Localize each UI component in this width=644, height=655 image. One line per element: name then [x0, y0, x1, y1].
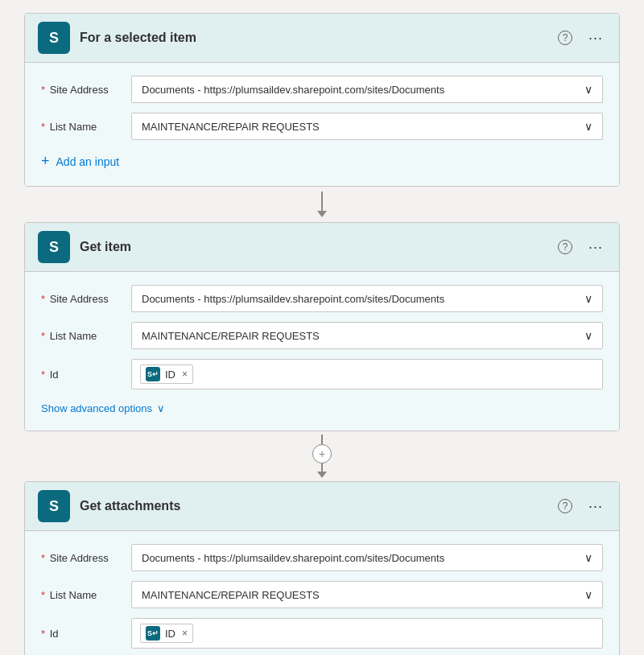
site-address-select-1[interactable]: Documents - https://plumsaildev.sharepoi…	[131, 76, 603, 103]
list-name-select-1[interactable]: MAINTENANCE/REPAIR REQUESTS ∨	[131, 113, 603, 140]
flow-container: S For a selected item ? ··· * Site Addre…	[13, 13, 631, 655]
field-row-site-3: * Site Address Documents - https://plums…	[41, 544, 603, 571]
field-label-site-3: * Site Address	[41, 552, 122, 564]
arrow-head-2	[317, 472, 327, 478]
id-token-3: S↵ ID ×	[140, 624, 193, 643]
field-row-list-2: * List Name MAINTENANCE/REPAIR REQUESTS …	[41, 322, 603, 349]
card-selected-item: S For a selected item ? ··· * Site Addre…	[24, 13, 620, 187]
connector-1	[317, 187, 327, 222]
chevron-icon-list-1: ∨	[584, 120, 592, 133]
more-button-1[interactable]: ···	[585, 27, 606, 50]
chevron-icon-list-3: ∨	[584, 588, 592, 601]
card-selected-item-header: S For a selected item ? ···	[25, 14, 619, 63]
field-label-list-2: * List Name	[41, 330, 122, 342]
card-get-item-actions: ? ···	[555, 236, 606, 259]
icon-letter-s-2: S	[49, 239, 59, 256]
id-input-3[interactable]: S↵ ID ×	[131, 618, 603, 649]
field-label-site-1: * Site Address	[41, 84, 122, 96]
field-label-id-2: * Id	[41, 369, 122, 381]
add-input-button[interactable]: + Add an input	[41, 150, 119, 173]
token-close-2[interactable]: ×	[182, 369, 188, 380]
field-row-list-3: * List Name MAINTENANCE/REPAIR REQUESTS …	[41, 581, 603, 608]
card-get-item-header: S Get item ? ···	[25, 223, 619, 272]
question-icon-3: ?	[558, 499, 572, 513]
card-get-item-body: * Site Address Documents - https://plums…	[25, 272, 619, 430]
site-address-select-3[interactable]: Documents - https://plumsaildev.sharepoi…	[131, 544, 603, 571]
card-selected-item-title: For a selected item	[80, 31, 545, 45]
chevron-icon-site-2: ∨	[584, 292, 592, 305]
dots-icon-2: ···	[588, 239, 603, 256]
field-row-list-1: * List Name MAINTENANCE/REPAIR REQUESTS …	[41, 113, 603, 140]
chevron-icon-site-1: ∨	[584, 83, 592, 96]
card-get-attachments-actions: ? ···	[555, 495, 606, 518]
more-button-3[interactable]: ···	[585, 495, 606, 518]
arrow-line-top-2	[321, 435, 323, 444]
token-icon-3: S↵	[146, 626, 160, 641]
site-address-select-2[interactable]: Documents - https://plumsaildev.sharepoi…	[131, 285, 603, 312]
chevron-advanced: ∨	[157, 402, 165, 414]
field-label-site-2: * Site Address	[41, 293, 122, 305]
card-selected-item-actions: ? ···	[555, 27, 606, 50]
card-get-attachments-header: S Get attachments ? ···	[25, 482, 619, 531]
required-star-6: *	[41, 552, 45, 564]
required-star-1: *	[41, 84, 45, 96]
plus-icon-connector: +	[319, 447, 325, 460]
icon-letter-s-3: S	[49, 498, 59, 515]
arrow-head-1	[317, 211, 327, 217]
icon-letter-s: S	[49, 30, 59, 47]
arrow-line-bottom-2	[321, 463, 323, 472]
field-row-site-2: * Site Address Documents - https://plums…	[41, 285, 603, 312]
token-icon-2: S↵	[146, 367, 160, 381]
card-get-attachments-icon: S	[38, 490, 70, 522]
field-row-id-2: * Id S↵ ID ×	[41, 359, 603, 389]
card-selected-item-icon: S	[38, 22, 70, 54]
add-step-button[interactable]: +	[312, 444, 332, 463]
required-star-5: *	[41, 369, 45, 381]
list-name-select-2[interactable]: MAINTENANCE/REPAIR REQUESTS ∨	[131, 322, 603, 349]
help-button-1[interactable]: ?	[555, 27, 576, 48]
field-label-id-3: * Id	[41, 628, 122, 640]
field-row-site-1: * Site Address Documents - https://plums…	[41, 76, 603, 103]
more-button-2[interactable]: ···	[585, 236, 606, 259]
required-star-8: *	[41, 628, 45, 640]
show-advanced-button[interactable]: Show advanced options ∨	[41, 399, 165, 418]
required-star-3: *	[41, 293, 45, 305]
card-get-item-title: Get item	[80, 240, 545, 254]
connector-2: +	[312, 431, 332, 481]
dots-icon-1: ···	[588, 30, 603, 47]
token-close-3[interactable]: ×	[182, 628, 188, 639]
chevron-icon-list-2: ∨	[584, 329, 592, 342]
card-get-attachments: S Get attachments ? ··· * Site Address	[24, 481, 620, 655]
help-button-3[interactable]: ?	[555, 496, 576, 517]
required-star-4: *	[41, 330, 45, 342]
question-icon-1: ?	[558, 31, 572, 45]
card-selected-item-body: * Site Address Documents - https://plums…	[25, 63, 619, 186]
required-star-7: *	[41, 589, 45, 601]
id-input-2[interactable]: S↵ ID ×	[131, 359, 603, 389]
arrow-line-1	[321, 192, 323, 211]
field-label-list-1: * List Name	[41, 121, 122, 133]
help-button-2[interactable]: ?	[555, 237, 576, 257]
field-label-list-3: * List Name	[41, 589, 122, 601]
chevron-icon-site-3: ∨	[584, 551, 592, 564]
card-get-item: S Get item ? ··· * Site Address Do	[24, 222, 620, 431]
list-name-select-3[interactable]: MAINTENANCE/REPAIR REQUESTS ∨	[131, 581, 603, 608]
card-get-item-icon: S	[38, 231, 70, 263]
id-token-2: S↵ ID ×	[140, 365, 193, 384]
required-star-2: *	[41, 121, 45, 133]
card-get-attachments-body: * Site Address Documents - https://plums…	[25, 531, 619, 655]
card-get-attachments-title: Get attachments	[80, 499, 545, 513]
field-row-id-3: * Id S↵ ID ×	[41, 618, 603, 649]
question-icon-2: ?	[558, 240, 572, 254]
plus-icon-add: +	[41, 153, 50, 170]
dots-icon-3: ···	[588, 498, 603, 515]
